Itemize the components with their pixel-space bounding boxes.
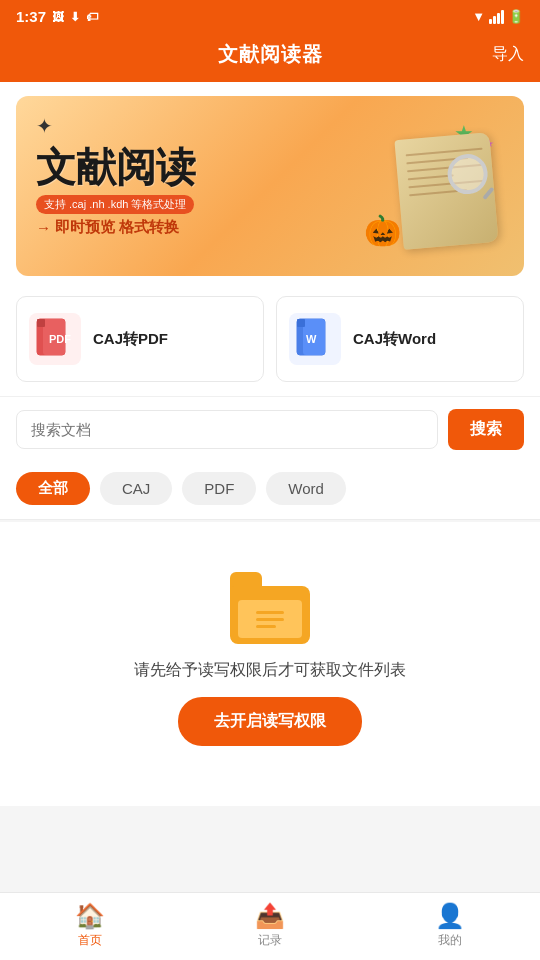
filter-tab-pdf[interactable]: PDF xyxy=(182,472,256,505)
status-time: 1:37 xyxy=(16,8,46,25)
book-illustration: ★ ★ 🎃 xyxy=(364,116,504,256)
nav-label-profile: 我的 xyxy=(438,932,462,949)
nav-item-home[interactable]: 🏠 首页 xyxy=(0,896,180,957)
search-button[interactable]: 搜索 xyxy=(448,409,524,450)
battery-icon: 🔋 xyxy=(508,9,524,24)
status-bar: 1:37 🖼 ⬇ 🏷 ▼ 🔋 xyxy=(0,0,540,31)
banner-tag: 支持 .caj .nh .kdh 等格式处理 xyxy=(36,195,194,214)
svg-text:W: W xyxy=(306,333,317,345)
book-body xyxy=(394,132,498,250)
home-icon: 🏠 xyxy=(75,904,105,928)
history-icon: 📤 xyxy=(255,904,285,928)
word-icon: W xyxy=(289,313,341,365)
filter-section: 全部 CAJ PDF Word xyxy=(0,462,540,520)
label-icon: 🏷 xyxy=(86,10,98,24)
svg-rect-7 xyxy=(297,319,305,327)
download-icon: ⬇ xyxy=(70,10,80,24)
folder-lines xyxy=(256,611,284,628)
caj-to-word-card[interactable]: W CAJ转Word xyxy=(276,296,524,382)
wifi-icon: ▼ xyxy=(472,9,485,24)
nav-item-history[interactable]: 📤 记录 xyxy=(180,896,360,957)
signal-icon xyxy=(489,10,504,24)
caj-to-word-label: CAJ转Word xyxy=(353,330,436,349)
nav-label-home: 首页 xyxy=(78,932,102,949)
convert-section: PDF CAJ转PDF W CAJ转Word xyxy=(0,286,540,396)
bottom-nav: 🏠 首页 📤 记录 👤 我的 xyxy=(0,892,540,960)
banner-desc-text: 即时预览 格式转换 xyxy=(55,218,179,237)
status-left: 1:37 🖼 ⬇ 🏷 xyxy=(16,8,98,25)
banner-sparkle: ✦ xyxy=(36,114,53,138)
caj-to-pdf-label: CAJ转PDF xyxy=(93,330,168,349)
empty-state: 请先给予读写权限后才可获取文件列表 去开启读写权限 xyxy=(0,522,540,806)
empty-text: 请先给予读写权限后才可获取文件列表 xyxy=(134,660,406,681)
svg-rect-3 xyxy=(37,319,45,327)
svg-text:PDF: PDF xyxy=(49,333,71,345)
header-title: 文献阅读器 xyxy=(218,41,323,68)
enable-permission-button[interactable]: 去开启读写权限 xyxy=(178,697,362,746)
filter-tab-all[interactable]: 全部 xyxy=(16,472,90,505)
folder-icon xyxy=(230,572,310,644)
pdf-icon: PDF xyxy=(29,313,81,365)
profile-icon: 👤 xyxy=(435,904,465,928)
photo-icon: 🖼 xyxy=(52,10,64,24)
filter-tab-word[interactable]: Word xyxy=(266,472,346,505)
status-right: ▼ 🔋 xyxy=(472,9,524,24)
banner-right: ★ ★ 🎃 xyxy=(354,106,514,266)
header: 文献阅读器 导入 xyxy=(0,31,540,82)
caj-to-pdf-card[interactable]: PDF CAJ转PDF xyxy=(16,296,264,382)
search-section: 搜索 xyxy=(0,396,540,462)
import-button[interactable]: 导入 xyxy=(492,44,524,65)
nav-item-profile[interactable]: 👤 我的 xyxy=(360,896,540,957)
banner-container: ✦ 文献阅读 支持 .caj .nh .kdh 等格式处理 → 即时预览 格式转… xyxy=(0,82,540,286)
filter-tab-caj[interactable]: CAJ xyxy=(100,472,172,505)
search-input[interactable] xyxy=(16,410,438,449)
character-illustration: 🎃 xyxy=(364,213,401,248)
nav-label-history: 记录 xyxy=(258,932,282,949)
banner-arrow: → xyxy=(36,219,51,236)
banner: ✦ 文献阅读 支持 .caj .nh .kdh 等格式处理 → 即时预览 格式转… xyxy=(16,96,524,276)
folder-inner xyxy=(238,600,302,638)
folder-body xyxy=(230,586,310,644)
